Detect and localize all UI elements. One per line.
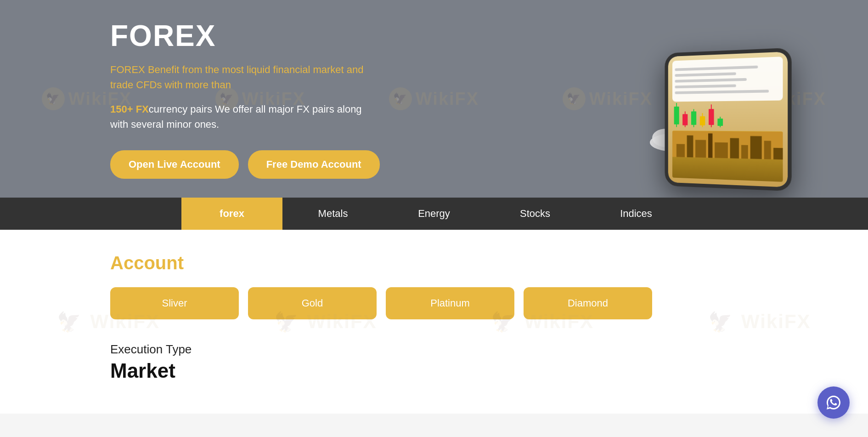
execution-section: Execution Type Market <box>110 342 758 382</box>
svg-rect-13 <box>773 148 783 160</box>
svg-rect-6 <box>695 140 706 158</box>
account-buttons: Sliver Gold Platinum Diamond <box>110 287 758 319</box>
hero-subtitle: FOREX Benefit from the most liquid finan… <box>110 62 377 92</box>
tab-indices[interactable]: Indices <box>586 198 687 230</box>
account-btn-diamond[interactable]: Diamond <box>524 287 652 319</box>
svg-rect-5 <box>687 136 693 158</box>
hero-description: 150+ FXcurrency pairs We offer all major… <box>110 102 377 132</box>
account-btn-sliver[interactable]: Sliver <box>110 287 239 319</box>
tabs-inner: forex Metals Energy Stocks Indices <box>181 198 687 230</box>
hero-phone-image <box>648 14 822 188</box>
tab-forex[interactable]: forex <box>181 198 282 230</box>
phone-mockup <box>665 48 791 192</box>
hero-title: FOREX <box>110 19 377 53</box>
chat-icon <box>825 394 842 411</box>
account-btn-platinum[interactable]: Platinum <box>386 287 514 319</box>
svg-rect-8 <box>715 142 728 159</box>
execution-type-value: Market <box>110 359 758 382</box>
hero-buttons: Open Live Account Free Demo Account <box>110 150 377 179</box>
hero-content: FOREX FOREX Benefit from the most liquid… <box>0 19 377 179</box>
svg-rect-7 <box>708 134 712 158</box>
account-btn-gold[interactable]: Gold <box>248 287 377 319</box>
highlight-text: 150+ FX <box>110 103 149 115</box>
tab-stocks[interactable]: Stocks <box>485 198 586 230</box>
svg-rect-9 <box>730 138 739 159</box>
svg-rect-11 <box>750 136 762 159</box>
execution-type-label: Execution Type <box>110 342 758 357</box>
open-live-account-button[interactable]: Open Live Account <box>110 150 239 179</box>
hero-section: 🦅 WikiFX 🦅 WikiFX 🦅 WikiFX 🦅 WikiFX 🦅 Wi… <box>0 0 868 198</box>
svg-rect-10 <box>741 145 748 159</box>
content-section: 🦅 WikiFX 🦅 WikiFX 🦅 WikiFX 🦅 WikiFX Acco… <box>0 230 868 414</box>
svg-rect-4 <box>676 144 685 158</box>
phone-screen <box>668 51 788 187</box>
tab-metals[interactable]: Metals <box>282 198 383 230</box>
phone-screen-content <box>672 57 783 102</box>
tabs-bar: forex Metals Energy Stocks Indices <box>0 198 868 230</box>
city-silhouette <box>672 131 783 182</box>
account-title: Account <box>110 253 758 273</box>
tab-energy[interactable]: Energy <box>383 198 485 230</box>
free-demo-account-button[interactable]: Free Demo Account <box>248 150 380 179</box>
chat-support-button[interactable] <box>817 386 850 419</box>
svg-rect-12 <box>764 141 771 159</box>
